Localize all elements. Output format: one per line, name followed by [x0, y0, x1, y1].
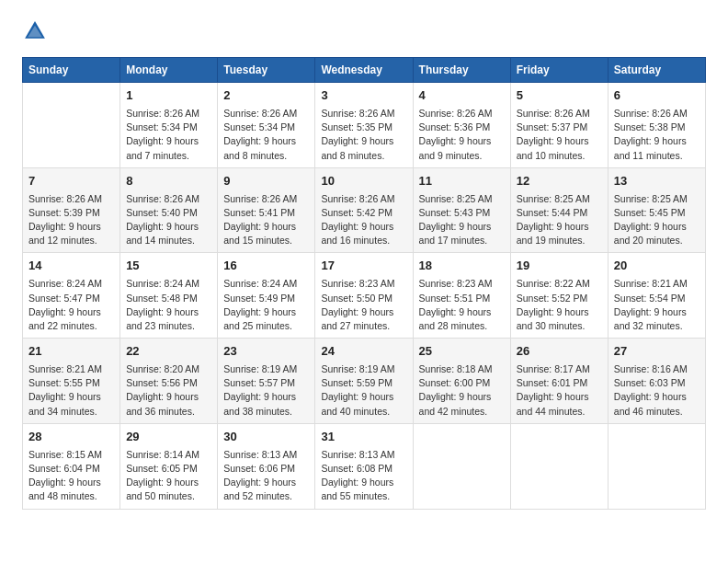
calendar-cell: 13Sunrise: 8:25 AM Sunset: 5:45 PM Dayli… [608, 167, 705, 253]
day-number: 10 [321, 173, 406, 190]
cell-content: Sunrise: 8:26 AM Sunset: 5:34 PM Dayligh… [223, 107, 309, 163]
calendar-cell: 5Sunrise: 8:26 AM Sunset: 5:37 PM Daylig… [510, 83, 608, 168]
cell-content: Sunrise: 8:20 AM Sunset: 5:56 PM Dayligh… [126, 362, 211, 419]
calendar-cell: 24Sunrise: 8:19 AM Sunset: 5:59 PM Dayli… [315, 339, 413, 424]
day-number: 4 [419, 87, 505, 105]
day-number: 25 [419, 343, 505, 361]
calendar-cell: 4Sunrise: 8:26 AM Sunset: 5:36 PM Daylig… [413, 83, 510, 168]
calendar-cell: 21Sunrise: 8:21 AM Sunset: 5:55 PM Dayli… [23, 339, 120, 424]
calendar-cell: 19Sunrise: 8:22 AM Sunset: 5:52 PM Dayli… [510, 253, 608, 339]
day-number: 24 [321, 343, 406, 361]
calendar-cell: 16Sunrise: 8:24 AM Sunset: 5:49 PM Dayli… [218, 253, 315, 339]
calendar-cell: 3Sunrise: 8:26 AM Sunset: 5:35 PM Daylig… [315, 83, 413, 168]
calendar-cell: 27Sunrise: 8:16 AM Sunset: 6:03 PM Dayli… [608, 339, 705, 424]
cell-content: Sunrise: 8:17 AM Sunset: 6:01 PM Dayligh… [517, 362, 602, 419]
logo [22, 18, 51, 44]
calendar-cell [413, 423, 510, 509]
calendar-cell: 18Sunrise: 8:23 AM Sunset: 5:51 PM Dayli… [413, 253, 510, 339]
weekday-header-friday: Friday [510, 58, 608, 83]
calendar-cell: 6Sunrise: 8:26 AM Sunset: 5:38 PM Daylig… [608, 83, 705, 168]
cell-content: Sunrise: 8:19 AM Sunset: 5:59 PM Dayligh… [321, 362, 406, 419]
cell-content: Sunrise: 8:26 AM Sunset: 5:36 PM Dayligh… [419, 107, 505, 163]
calendar-cell: 12Sunrise: 8:25 AM Sunset: 5:44 PM Dayli… [510, 167, 608, 253]
logo-icon [22, 18, 48, 44]
day-number: 7 [28, 173, 114, 190]
weekday-header-thursday: Thursday [413, 58, 510, 83]
cell-content: Sunrise: 8:14 AM Sunset: 6:05 PM Dayligh… [126, 448, 211, 504]
cell-content: Sunrise: 8:22 AM Sunset: 5:52 PM Dayligh… [517, 277, 602, 333]
cell-content: Sunrise: 8:21 AM Sunset: 5:54 PM Dayligh… [614, 277, 700, 333]
day-number: 8 [126, 173, 211, 190]
cell-content: Sunrise: 8:15 AM Sunset: 6:04 PM Dayligh… [28, 448, 114, 504]
calendar-cell [510, 423, 608, 509]
cell-content: Sunrise: 8:25 AM Sunset: 5:45 PM Dayligh… [614, 192, 700, 248]
day-number: 23 [223, 343, 309, 361]
page: SundayMondayTuesdayWednesdayThursdayFrid… [0, 0, 728, 563]
day-number: 9 [223, 173, 309, 190]
day-number: 14 [28, 258, 114, 275]
cell-content: Sunrise: 8:26 AM Sunset: 5:42 PM Dayligh… [321, 192, 406, 248]
week-row-4: 21Sunrise: 8:21 AM Sunset: 5:55 PM Dayli… [23, 339, 706, 424]
calendar-cell: 23Sunrise: 8:19 AM Sunset: 5:57 PM Dayli… [218, 339, 315, 424]
cell-content: Sunrise: 8:19 AM Sunset: 5:57 PM Dayligh… [223, 362, 309, 419]
week-row-1: 1Sunrise: 8:26 AM Sunset: 5:34 PM Daylig… [23, 83, 706, 168]
day-number: 20 [614, 258, 700, 275]
day-number: 15 [126, 258, 211, 275]
calendar-table: SundayMondayTuesdayWednesdayThursdayFrid… [22, 57, 706, 510]
header [22, 18, 706, 44]
calendar-cell: 28Sunrise: 8:15 AM Sunset: 6:04 PM Dayli… [23, 423, 120, 509]
calendar-cell: 30Sunrise: 8:13 AM Sunset: 6:06 PM Dayli… [218, 423, 315, 509]
day-number: 28 [28, 429, 114, 446]
cell-content: Sunrise: 8:13 AM Sunset: 6:06 PM Dayligh… [223, 448, 309, 504]
cell-content: Sunrise: 8:24 AM Sunset: 5:47 PM Dayligh… [28, 277, 114, 333]
day-number: 17 [321, 258, 406, 275]
calendar-cell: 1Sunrise: 8:26 AM Sunset: 5:34 PM Daylig… [120, 83, 218, 168]
cell-content: Sunrise: 8:26 AM Sunset: 5:41 PM Dayligh… [223, 192, 309, 248]
cell-content: Sunrise: 8:23 AM Sunset: 5:50 PM Dayligh… [321, 277, 406, 333]
weekday-header-monday: Monday [120, 58, 218, 83]
calendar-cell: 9Sunrise: 8:26 AM Sunset: 5:41 PM Daylig… [218, 167, 315, 253]
day-number: 22 [126, 343, 211, 361]
calendar-cell: 31Sunrise: 8:13 AM Sunset: 6:08 PM Dayli… [315, 423, 413, 509]
day-number: 16 [223, 258, 309, 275]
cell-content: Sunrise: 8:26 AM Sunset: 5:40 PM Dayligh… [126, 192, 211, 248]
day-number: 31 [321, 429, 406, 446]
week-row-2: 7Sunrise: 8:26 AM Sunset: 5:39 PM Daylig… [23, 167, 706, 253]
calendar-cell: 29Sunrise: 8:14 AM Sunset: 6:05 PM Dayli… [120, 423, 218, 509]
weekday-header-row: SundayMondayTuesdayWednesdayThursdayFrid… [23, 58, 706, 83]
calendar-cell [23, 83, 120, 168]
day-number: 5 [517, 87, 602, 105]
week-row-5: 28Sunrise: 8:15 AM Sunset: 6:04 PM Dayli… [23, 423, 706, 509]
calendar-cell: 7Sunrise: 8:26 AM Sunset: 5:39 PM Daylig… [23, 167, 120, 253]
day-number: 30 [223, 429, 309, 446]
cell-content: Sunrise: 8:21 AM Sunset: 5:55 PM Dayligh… [28, 362, 114, 419]
week-row-3: 14Sunrise: 8:24 AM Sunset: 5:47 PM Dayli… [23, 253, 706, 339]
calendar-cell [608, 423, 705, 509]
day-number: 12 [517, 173, 602, 190]
cell-content: Sunrise: 8:18 AM Sunset: 6:00 PM Dayligh… [419, 362, 505, 419]
cell-content: Sunrise: 8:23 AM Sunset: 5:51 PM Dayligh… [419, 277, 505, 333]
cell-content: Sunrise: 8:24 AM Sunset: 5:49 PM Dayligh… [223, 277, 309, 333]
cell-content: Sunrise: 8:26 AM Sunset: 5:37 PM Dayligh… [517, 107, 602, 163]
day-number: 29 [126, 429, 211, 446]
weekday-header-wednesday: Wednesday [315, 58, 413, 83]
calendar-cell: 8Sunrise: 8:26 AM Sunset: 5:40 PM Daylig… [120, 167, 218, 253]
day-number: 6 [614, 87, 700, 105]
cell-content: Sunrise: 8:16 AM Sunset: 6:03 PM Dayligh… [614, 362, 700, 419]
cell-content: Sunrise: 8:26 AM Sunset: 5:39 PM Dayligh… [28, 192, 114, 248]
calendar-cell: 10Sunrise: 8:26 AM Sunset: 5:42 PM Dayli… [315, 167, 413, 253]
calendar-cell: 26Sunrise: 8:17 AM Sunset: 6:01 PM Dayli… [510, 339, 608, 424]
day-number: 13 [614, 173, 700, 190]
day-number: 21 [28, 343, 114, 361]
cell-content: Sunrise: 8:25 AM Sunset: 5:43 PM Dayligh… [419, 192, 505, 248]
calendar-cell: 25Sunrise: 8:18 AM Sunset: 6:00 PM Dayli… [413, 339, 510, 424]
weekday-header-saturday: Saturday [608, 58, 705, 83]
cell-content: Sunrise: 8:25 AM Sunset: 5:44 PM Dayligh… [517, 192, 602, 248]
day-number: 2 [223, 87, 309, 105]
day-number: 19 [517, 258, 602, 275]
day-number: 26 [517, 343, 602, 361]
weekday-header-tuesday: Tuesday [218, 58, 315, 83]
cell-content: Sunrise: 8:26 AM Sunset: 5:35 PM Dayligh… [321, 107, 406, 163]
cell-content: Sunrise: 8:26 AM Sunset: 5:34 PM Dayligh… [126, 107, 211, 163]
day-number: 1 [126, 87, 211, 105]
